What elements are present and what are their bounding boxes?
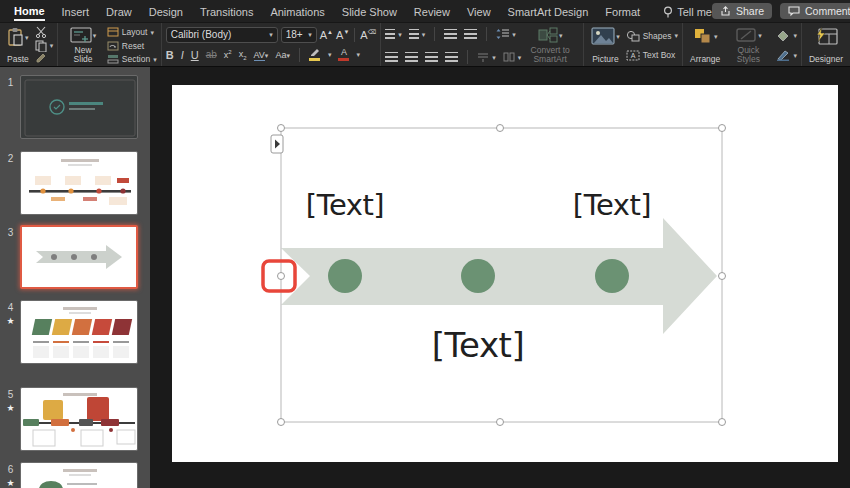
arrange-button[interactable]: ▾ Arrange: [687, 26, 723, 65]
slide-editing-area[interactable]: [Text] [Text] [Text]: [172, 85, 838, 462]
character-spacing-button[interactable]: AV▾: [254, 50, 269, 60]
resize-handle-bottom-right[interactable]: [719, 419, 726, 426]
timeline-circle-3[interactable]: [595, 259, 629, 293]
text-pane-toggle[interactable]: [271, 135, 283, 153]
columns-button[interactable]: ▾: [503, 51, 522, 63]
font-color-button[interactable]: A: [338, 48, 349, 61]
slide-thumbnail-1[interactable]: [20, 75, 138, 139]
timeline-circle-1[interactable]: [328, 259, 362, 293]
strikethrough-button[interactable]: ab: [206, 49, 217, 60]
copy-button[interactable]: ▾: [35, 40, 54, 52]
resize-handle-bottom-center[interactable]: [497, 419, 504, 426]
align-left-button[interactable]: [385, 51, 398, 63]
convert-to-smartart-button[interactable]: ▾ Convert to SmartArt: [521, 26, 579, 65]
chevron-down-icon: ▾: [265, 52, 269, 59]
numbering-button[interactable]: ▾: [409, 28, 426, 40]
tell-me-button[interactable]: Tell me: [663, 3, 712, 20]
font-size-select[interactable]: 18+ ▾: [281, 27, 317, 43]
chevron-down-icon: ▾: [150, 29, 154, 36]
decrease-indent-button[interactable]: [444, 28, 457, 40]
paste-button[interactable]: ▾ Paste: [4, 26, 32, 65]
chevron-down-icon: ▾: [492, 54, 496, 61]
smartart-text-placeholder-1[interactable]: [Text]: [306, 188, 384, 222]
picture-button[interactable]: ▾ Picture: [588, 26, 623, 65]
comments-button[interactable]: Comments: [780, 3, 850, 19]
subscript-button[interactable]: x2: [239, 49, 247, 61]
shapes-icon: [626, 30, 640, 42]
line-spacing-button[interactable]: ▾: [496, 28, 516, 40]
smartart-text-placeholder-2[interactable]: [Text]: [573, 188, 651, 222]
line-spacing-icon: [496, 29, 509, 39]
resize-handle-middle-right[interactable]: [719, 273, 726, 280]
superscript-button[interactable]: x2: [224, 49, 232, 60]
slide-thumbnail-5[interactable]: [20, 387, 138, 451]
slide-thumbnail-2[interactable]: [20, 151, 138, 215]
increase-indent-button[interactable]: [464, 28, 477, 40]
share-button[interactable]: Share: [712, 3, 772, 19]
chevron-down-icon: ▾: [398, 31, 402, 38]
menu-tab-draw[interactable]: Draw: [106, 3, 132, 20]
shrink-font-button[interactable]: A▼: [336, 29, 349, 41]
change-case-button[interactable]: Aa▾: [275, 50, 290, 60]
slide-number: 2: [3, 153, 18, 164]
slide-3-preview: [22, 227, 136, 287]
reset-button[interactable]: Reset: [107, 40, 157, 52]
shapes-button[interactable]: Shapes ▾: [626, 30, 678, 42]
menu-tab-slide-show[interactable]: Slide Show: [342, 3, 397, 20]
align-right-button[interactable]: [425, 51, 438, 63]
menu-tab-design[interactable]: Design: [149, 3, 183, 20]
menu-tab-smartart-design[interactable]: SmartArt Design: [508, 3, 589, 20]
shape-fill-button[interactable]: ▾: [776, 30, 797, 42]
highlight-color-button[interactable]: [309, 48, 321, 61]
resize-handle-top-left[interactable]: [278, 125, 285, 132]
bullets-button[interactable]: ▾: [385, 28, 402, 40]
menu-tab-review[interactable]: Review: [414, 3, 450, 20]
format-painter-button[interactable]: [35, 53, 54, 65]
bold-button[interactable]: B: [166, 49, 174, 61]
menu-tab-home[interactable]: Home: [14, 2, 45, 21]
menu-tab-view[interactable]: View: [467, 3, 491, 20]
smartart-text-placeholder-3[interactable]: [Text]: [432, 325, 524, 365]
layout-button[interactable]: Layout ▾: [107, 26, 157, 38]
font-name-select[interactable]: Calibri (Body) ▾: [166, 27, 278, 43]
underline-button[interactable]: U: [191, 49, 199, 61]
designer-button[interactable]: Designer: [806, 26, 846, 65]
quick-styles-button[interactable]: ▾ Quick Styles: [723, 26, 773, 65]
resize-handle-bottom-left[interactable]: [278, 419, 285, 426]
animation-star-icon: ★: [3, 478, 18, 488]
slide-row-2: 2: [0, 151, 150, 221]
text-direction-button[interactable]: ▾: [477, 51, 496, 63]
italic-button[interactable]: I: [181, 49, 184, 61]
new-slide-button[interactable]: ▾ New Slide: [62, 26, 104, 65]
new-slide-icon: [70, 27, 92, 44]
paste-clipboard-icon: [7, 27, 24, 47]
shape-outline-button[interactable]: ▾: [776, 49, 797, 61]
resize-handle-top-right[interactable]: [719, 125, 726, 132]
justify-button[interactable]: [445, 51, 458, 63]
menu-tab-transitions[interactable]: Transitions: [200, 3, 253, 20]
divider: [467, 50, 468, 64]
clear-formatting-button[interactable]: A⌫: [360, 29, 376, 41]
align-center-button[interactable]: [405, 51, 418, 63]
text-box-button[interactable]: A Text Box: [626, 49, 678, 61]
shape-outline-icon: [776, 49, 790, 61]
section-button[interactable]: Section ▾: [107, 53, 157, 65]
grow-font-button[interactable]: A▲: [320, 29, 333, 41]
style-minicol: ▾ ▾: [773, 26, 797, 65]
slide-thumbnail-4[interactable]: [20, 300, 138, 364]
menu-tab-format[interactable]: Format: [605, 3, 640, 20]
font-group: Calibri (Body) ▾ 18+ ▾ A▲ A▼ A⌫ B I U ab…: [162, 23, 381, 66]
slide-6-preview: [21, 463, 138, 488]
slide-thumbnail-3-selected[interactable]: [20, 225, 138, 289]
menu-tab-insert[interactable]: Insert: [62, 3, 90, 20]
menu-tab-animations[interactable]: Animations: [270, 3, 324, 20]
section-icon: [107, 54, 119, 64]
timeline-circle-2[interactable]: [461, 259, 495, 293]
slide-thumbnail-6[interactable]: [20, 462, 138, 488]
arrange-group: ▾ Arrange ▾ Quick Styles ▾ ▾: [683, 23, 802, 66]
cut-button[interactable]: [35, 26, 54, 38]
chevron-down-icon: ▾: [269, 31, 273, 38]
font-name-value: Calibri (Body): [171, 29, 232, 40]
resize-handle-top-center[interactable]: [497, 125, 504, 132]
resize-handle-middle-left[interactable]: [278, 273, 285, 280]
